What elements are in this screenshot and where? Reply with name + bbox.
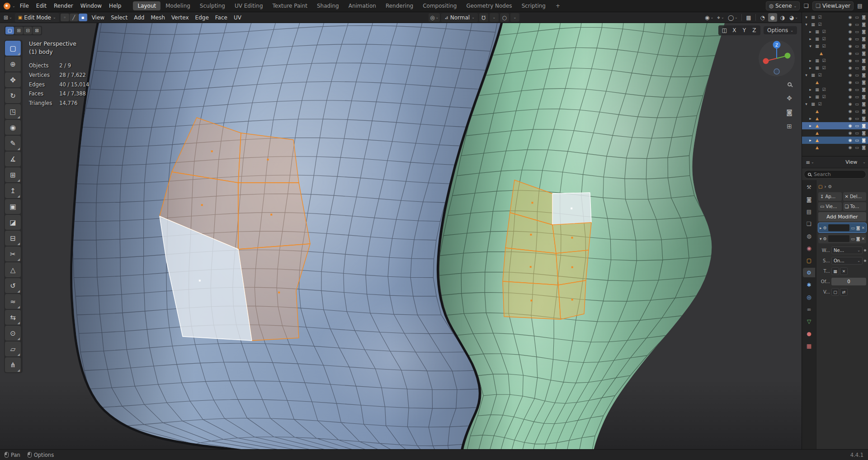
disable-in-viewports-icon[interactable]: ▭ [854,58,860,63]
blender-logo-icon[interactable] [4,3,10,9]
workspace-tab-compositing[interactable]: Compositing [418,1,461,10]
navigation-gizmo[interactable]: Z [758,38,796,76]
workspace-tab-modeling[interactable]: Modeling [161,1,195,10]
checkbox-icon[interactable]: ☑ [821,58,827,63]
checkbox-icon[interactable]: ☑ [821,87,827,92]
tool-shrink-fatten[interactable]: ⊙◢ [5,326,21,341]
disable-in-viewports-icon[interactable]: ▭ [854,87,860,92]
properties-tab-render[interactable]: ◙ [803,194,815,204]
disable-in-renders-icon[interactable]: ◙ [861,80,867,85]
tool-inset-faces[interactable]: ▣ [5,199,21,214]
disable-in-viewports-icon[interactable]: ▭ [854,123,860,128]
disable-in-renders-icon[interactable]: ◙ [861,37,867,41]
tool-add-cube[interactable]: ⊞◢ [5,167,21,182]
editor-type-button[interactable]: ≡⌄ [804,158,816,166]
gizmos-toggle[interactable]: ⌖⌄ [716,13,725,22]
hide-in-viewport-icon[interactable]: ◉ [847,95,853,99]
workspace-tab-animation[interactable]: Animation [344,1,381,10]
outliner-row[interactable]: ▸▦☑◉▭◙ [802,86,868,93]
select-subtract-button[interactable]: ⊟ [24,27,32,34]
camera-view-button[interactable]: ◙ [784,108,794,117]
apply-button[interactable]: ↧ Ap... [818,192,842,201]
menu-file[interactable]: File [16,2,33,10]
tool-poly-build[interactable]: △ [5,262,21,277]
field-dropdown[interactable]: Ne...⌄ [831,247,863,254]
mirror-axis-y-toggle[interactable]: Y [740,26,749,34]
disclosure-closed-icon[interactable]: ▸ [807,58,813,63]
disable-in-viewports-icon[interactable]: ▭ [854,51,860,56]
tool-measure[interactable]: ∡ [5,152,21,166]
viewport-menu-select[interactable]: Select [108,14,131,22]
proportional-falloff-dropdown[interactable]: ⌄ [510,13,519,22]
pan-button[interactable]: ✥ [784,94,794,103]
checkbox-icon[interactable]: ☑ [817,73,823,77]
hide-in-viewport-icon[interactable]: ◉ [847,15,853,19]
viewport-menu-face[interactable]: Face [212,14,231,22]
menu-edit[interactable]: Edit [33,2,50,10]
select-intersect-button[interactable]: ⊠ [33,27,41,34]
disable-in-viewports-icon[interactable]: ▭ [854,138,860,142]
outliner-row[interactable]: ▾▦☑◉▭◙ [802,14,868,21]
select-set-button[interactable]: ▢ [5,27,14,34]
gizmo-y-axis[interactable] [785,53,791,59]
disable-in-viewports-icon[interactable]: ▭ [854,73,860,77]
disclosure-closed-icon[interactable]: ▸ [807,123,813,128]
disable-in-renders-icon[interactable]: ◙ [861,109,867,114]
close-icon[interactable]: ✕ [861,226,865,230]
workspace-tab-uv-editing[interactable]: UV Editing [230,1,268,10]
tool-move[interactable]: ✥ [5,72,21,87]
outliner-row[interactable]: ▲◉▭◙ [802,50,868,57]
checkbox-icon[interactable]: ☑ [817,102,823,106]
tool-select-box[interactable]: ▢◢ [5,41,21,56]
properties-view-menu[interactable]: View [842,158,860,166]
disable-in-viewports-icon[interactable]: ▭ [854,66,860,70]
mirror-axis-z-toggle[interactable]: Z [750,26,759,34]
view-layer-selector[interactable]: ❏ ViewLayer [812,1,854,10]
checkbox-icon[interactable]: ☑ [821,37,827,41]
viewport-menu-view[interactable]: View [89,14,108,22]
disable-in-renders-icon[interactable]: ◙ [861,51,867,56]
disable-in-renders-icon[interactable]: ◙ [861,145,867,150]
disable-in-viewports-icon[interactable]: ▭ [854,131,860,135]
vertex-group-field[interactable]: ▢ [831,288,839,296]
selected-faces-left[interactable] [160,118,310,341]
disable-in-renders-icon[interactable]: ◙ [861,95,867,99]
disable-in-viewports-icon[interactable]: ▭ [854,145,860,150]
tool-extrude-region[interactable]: ↥◢ [5,183,21,198]
hide-in-viewport-icon[interactable]: ◉ [847,87,853,92]
toggle-projection-button[interactable]: ⊞ [784,122,794,131]
hide-in-viewport-icon[interactable]: ◉ [847,109,853,114]
outliner-row[interactable]: ▲◉▭◙ [802,79,868,86]
disclosure-closed-icon[interactable]: ▸ [807,95,813,99]
hide-in-viewport-icon[interactable]: ◉ [847,116,853,121]
modifier-header[interactable]: ▾⚙▭◙✕ [818,234,866,243]
disclosure-open-icon[interactable]: ▾ [803,73,809,77]
face-select-mode-button[interactable]: ▪ [79,14,87,21]
modifier-header[interactable]: ▸⚙▭◙✕ [818,223,866,232]
workspace-tab-sculpting[interactable]: Sculpting [195,1,230,10]
menu-help[interactable]: Help [105,2,125,10]
hide-in-viewport-icon[interactable]: ◉ [847,22,853,27]
disable-in-renders-icon[interactable]: ◙ [861,102,867,106]
mirror-axis-x-toggle[interactable]: X [730,26,739,34]
properties-tab-view-layer[interactable]: ❏ [803,219,815,228]
field-number-input[interactable]: 0 [831,278,866,285]
disclosure-closed-icon[interactable]: ▸ [807,116,813,121]
mode-dropdown[interactable]: ▣ Edit Mode ⌄ [15,13,59,22]
shading-rendered-toggle[interactable]: ◕⌄ [788,13,799,22]
checkbox-icon[interactable]: ☑ [821,44,827,48]
disable-in-viewports-icon[interactable]: ▭ [854,116,860,121]
viewport-3d-scene[interactable] [0,0,868,460]
xray-toggle[interactable]: ▩ [744,13,753,22]
hide-in-viewport-icon[interactable]: ◉ [847,44,853,48]
checkbox-icon[interactable]: ☑ [821,29,827,34]
disable-in-viewports-icon[interactable]: ▭ [854,22,860,27]
disclosure-open-icon[interactable]: ▾ [803,22,809,27]
disable-in-viewports-icon[interactable]: ▭ [854,44,860,48]
tool-rotate[interactable]: ↻ [5,88,21,103]
disclosure-closed-icon[interactable]: ▸ [807,29,813,34]
disable-in-viewports-icon[interactable]: ▭ [854,109,860,114]
shading-material-toggle[interactable]: ◑ [778,13,787,22]
properties-tab-texture[interactable]: ▦ [803,341,815,351]
disclosure-closed-icon[interactable]: ▸ [807,138,813,142]
